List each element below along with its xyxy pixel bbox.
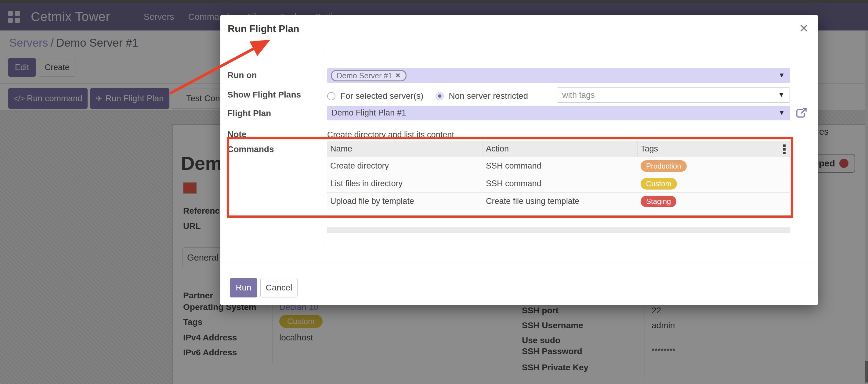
token-remove-icon[interactable]: ✕ — [395, 72, 401, 79]
radio-off-icon[interactable] — [327, 92, 335, 100]
with-tags-select[interactable]: with tags ▼ — [557, 88, 790, 103]
column-header-name[interactable]: Name — [327, 141, 483, 157]
command-action: SSH command — [483, 161, 638, 171]
modal-title: Run Flight Plan — [228, 23, 300, 34]
command-name: Create directory — [327, 161, 483, 171]
note-value: Create directory and list its content — [327, 130, 454, 140]
radio-for-selected-servers[interactable]: For selected server(s) — [327, 91, 423, 101]
chevron-down-icon[interactable]: ▼ — [778, 91, 785, 99]
external-link-icon[interactable] — [795, 107, 808, 120]
commands-label: Commands — [227, 144, 274, 154]
chevron-down-icon[interactable]: ▼ — [778, 71, 785, 79]
column-options-icon[interactable] — [783, 144, 785, 154]
show-flight-plans-label: Show Flight Plans — [227, 90, 301, 100]
chevron-down-icon[interactable]: ▼ — [778, 109, 785, 117]
commands-table: Name Action Tags Create directory SSH co… — [327, 141, 790, 210]
command-name: List files in directory — [327, 179, 483, 188]
with-tags-placeholder: with tags — [562, 91, 595, 100]
flight-plan-filter-radios: For selected server(s) Non server restri… — [327, 90, 528, 102]
flight-plan-label: Flight Plan — [227, 108, 271, 118]
run-flight-plan-modal: Run Flight Plan ✕ Run on Demo Server #1 … — [220, 15, 818, 305]
cancel-button[interactable]: Cancel — [260, 278, 298, 298]
run-button[interactable]: Run — [230, 278, 257, 298]
command-tags: Production — [638, 160, 790, 172]
screen: Cetmix Tower Servers Commands Files Tool… — [0, 0, 868, 384]
modal-footer-border — [220, 262, 818, 262]
flight-plan-select[interactable]: Demo Flight Plan #1 ▼ — [327, 106, 790, 120]
run-on-label: Run on — [227, 70, 257, 80]
server-token: Demo Server #1 ✕ — [331, 70, 406, 81]
radio-on-icon[interactable] — [436, 92, 444, 100]
table-row[interactable]: Upload file by template Create file usin… — [327, 193, 790, 210]
column-header-tags[interactable]: Tags — [638, 141, 790, 157]
command-tags: Custom — [638, 178, 790, 189]
tag-staging: Staging — [641, 196, 676, 207]
tag-production: Production — [641, 160, 687, 172]
form-label-separator — [323, 47, 323, 242]
close-icon[interactable]: ✕ — [799, 23, 809, 34]
command-tags: Staging — [638, 196, 790, 207]
flight-plan-value: Demo Flight Plan #1 — [332, 108, 406, 118]
horizontal-scrollbar[interactable] — [327, 228, 790, 233]
column-header-action[interactable]: Action — [483, 141, 638, 157]
command-action: Create file using template — [483, 197, 638, 206]
command-action: SSH command — [483, 179, 638, 188]
run-on-select[interactable]: Demo Server #1 ✕ ▼ — [327, 68, 790, 83]
table-row[interactable]: Create directory SSH command Production — [327, 157, 790, 175]
commands-table-header: Name Action Tags — [327, 141, 790, 157]
table-row[interactable]: List files in directory SSH command Cust… — [327, 175, 790, 193]
modal-header-border — [220, 43, 818, 43]
note-label: Note — [227, 130, 246, 139]
server-token-label: Demo Server #1 — [337, 71, 392, 80]
radio-non-server-restricted[interactable]: Non server restricted — [436, 91, 528, 101]
tag-custom: Custom — [641, 178, 677, 189]
command-name: Upload file by template — [327, 197, 483, 206]
